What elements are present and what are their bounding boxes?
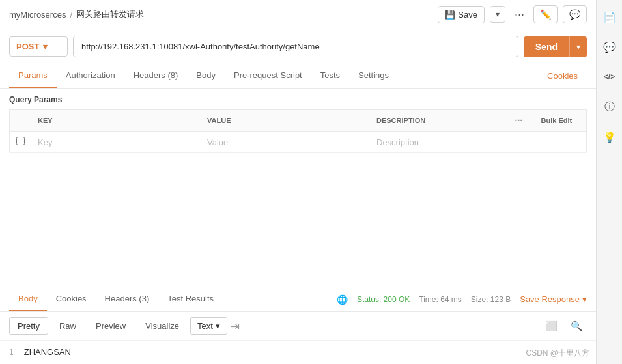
url-bar: POST ▾ Send ▾	[0, 29, 596, 64]
tab-body[interactable]: Body	[187, 64, 225, 88]
row-checkbox-cell[interactable]	[10, 132, 32, 153]
format-tab-visualize[interactable]: Visualize	[137, 317, 188, 335]
format-icons-right: ⬜ 🔍	[541, 318, 587, 334]
request-tabs-bar: Params Authorization Headers (8) Body Pr…	[0, 64, 596, 89]
format-tab-preview[interactable]: Preview	[87, 317, 134, 335]
row-checkbox[interactable]	[16, 137, 25, 145]
top-bar: myMicroserces / 网关路由转发请求 💾 Save ▾ ··· ✏️…	[0, 0, 596, 29]
col-description-header: DESCRIPTION	[370, 110, 509, 132]
method-select[interactable]: POST ▾	[9, 36, 68, 57]
format-tab-pretty[interactable]: Pretty	[9, 317, 48, 335]
response-section: Body Cookies Headers (3) Test Results 🌐 …	[0, 287, 596, 364]
row-description-cell[interactable]: Description	[370, 132, 509, 153]
url-input[interactable]	[73, 36, 518, 57]
response-line-1: ZHANGSAN	[24, 347, 71, 357]
tab-headers[interactable]: Headers (8)	[124, 64, 188, 88]
app-name: myMicroserces	[9, 10, 66, 20]
save-label: Save	[458, 10, 477, 20]
top-bar-actions: 💾 Save ▾ ··· ✏️ 💬	[438, 5, 587, 23]
tab-tests[interactable]: Tests	[311, 64, 349, 88]
row-more-cell	[509, 132, 535, 153]
response-meta: 🌐 Status: 200 OK Time: 64 ms Size: 123 B…	[337, 294, 587, 305]
copy-button[interactable]: ⬜	[541, 318, 561, 334]
footer-watermark: CSDN @十里八方	[526, 348, 589, 359]
tab-settings[interactable]: Settings	[349, 64, 398, 88]
more-options-button[interactable]: ···	[511, 7, 528, 23]
tab-authorization[interactable]: Authorization	[57, 64, 124, 88]
save-response-label: Save Response	[520, 294, 580, 304]
response-format-tabs: Pretty Raw Preview Visualize Text ▾ ⇥	[9, 317, 240, 335]
response-time: Time: 64 ms	[419, 295, 462, 304]
breadcrumb: myMicroserces / 网关路由转发请求	[9, 8, 144, 20]
row-value-cell[interactable]: Value	[201, 132, 370, 153]
response-tab-body[interactable]: Body	[9, 287, 47, 311]
row-key-cell[interactable]: Key	[31, 132, 201, 153]
format-tab-raw[interactable]: Raw	[51, 317, 85, 335]
response-size: Size: 123 B	[471, 295, 511, 304]
query-params-title: Query Params	[9, 95, 587, 104]
save-response-dropdown-icon: ▾	[582, 294, 587, 304]
request-tabs: Params Authorization Headers (8) Body Pr…	[9, 64, 398, 88]
cookies-link[interactable]: Cookies	[538, 64, 587, 87]
query-params-section: Query Params KEY VALUE DESCRIPTION ··· B…	[0, 89, 596, 153]
search-button[interactable]: 🔍	[567, 318, 587, 334]
tab-params[interactable]: Params	[9, 64, 57, 88]
col-check-header	[10, 110, 32, 132]
response-status: Status: 200 OK	[357, 295, 410, 304]
sidebar-bulb-icon[interactable]: 💡	[601, 128, 619, 146]
response-tabs-bar: Body Cookies Headers (3) Test Results 🌐 …	[0, 287, 596, 312]
response-tab-headers[interactable]: Headers (3)	[96, 287, 159, 311]
right-sidebar: 📄 💬 </> ⓘ 💡	[596, 0, 622, 364]
sidebar-new-request-icon[interactable]: 📄	[601, 8, 619, 26]
response-tab-test-results[interactable]: Test Results	[158, 287, 223, 311]
comment-button[interactable]: 💬	[563, 5, 587, 23]
sidebar-chat-icon[interactable]: 💬	[601, 38, 619, 56]
row-value-placeholder: Value	[207, 137, 228, 147]
text-type-chevron: ▾	[216, 321, 220, 331]
method-label: POST	[16, 42, 39, 51]
bulk-edit-label[interactable]: Bulk Edit	[535, 110, 587, 132]
send-button[interactable]: Send	[524, 36, 569, 57]
line-number-1: 1	[9, 348, 14, 357]
col-more-header: ···	[509, 110, 535, 132]
method-dropdown-icon: ▾	[43, 42, 48, 51]
edit-button[interactable]: ✏️	[533, 5, 558, 23]
response-tab-cookies[interactable]: Cookies	[47, 287, 96, 311]
table-row: Key Value Description	[10, 132, 587, 153]
sidebar-code-icon[interactable]: </>	[601, 68, 619, 86]
response-body: 1ZHANGSAN	[0, 341, 596, 364]
breadcrumb-separator: /	[70, 10, 72, 20]
send-group: Send ▾	[524, 36, 587, 57]
params-table: KEY VALUE DESCRIPTION ··· Bulk Edit Key …	[9, 109, 587, 153]
indent-icon: ⇥	[230, 319, 240, 333]
response-tabs: Body Cookies Headers (3) Test Results	[9, 287, 223, 311]
row-key-placeholder: Key	[38, 137, 52, 147]
row-bulk-cell	[535, 132, 587, 153]
row-description-placeholder: Description	[376, 137, 419, 147]
col-value-header: VALUE	[201, 110, 370, 132]
save-response-button[interactable]: Save Response ▾	[520, 294, 587, 304]
response-format-bar: Pretty Raw Preview Visualize Text ▾ ⇥ ⬜ …	[0, 312, 596, 341]
text-type-label: Text	[197, 321, 213, 331]
text-type-dropdown[interactable]: Text ▾	[190, 317, 227, 335]
col-key-header: KEY	[31, 110, 201, 132]
globe-icon: 🌐	[337, 294, 348, 305]
sidebar-info-icon[interactable]: ⓘ	[601, 98, 619, 116]
save-button[interactable]: 💾 Save	[438, 6, 485, 23]
send-dropdown-button[interactable]: ▾	[569, 36, 587, 57]
tab-pre-request-script[interactable]: Pre-request Script	[225, 64, 311, 88]
save-dropdown-button[interactable]: ▾	[490, 6, 505, 23]
request-name: 网关路由转发请求	[76, 8, 144, 20]
save-icon: 💾	[445, 10, 455, 20]
